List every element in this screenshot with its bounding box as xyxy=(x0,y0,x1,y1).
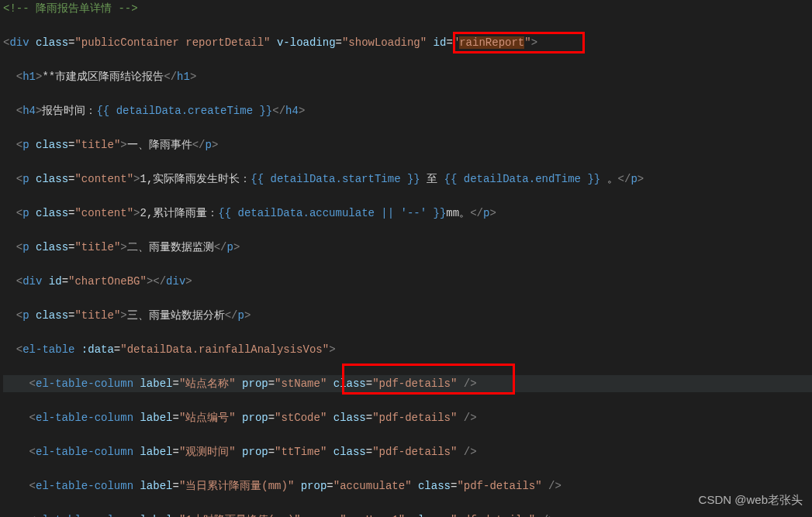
code-comment: <!-- 降雨报告单详情 --> xyxy=(3,2,138,15)
code-editor[interactable]: <!-- 降雨报告单详情 --> <div class="publicConta… xyxy=(0,0,812,517)
highlighted-id-value: rainReport xyxy=(459,36,524,49)
